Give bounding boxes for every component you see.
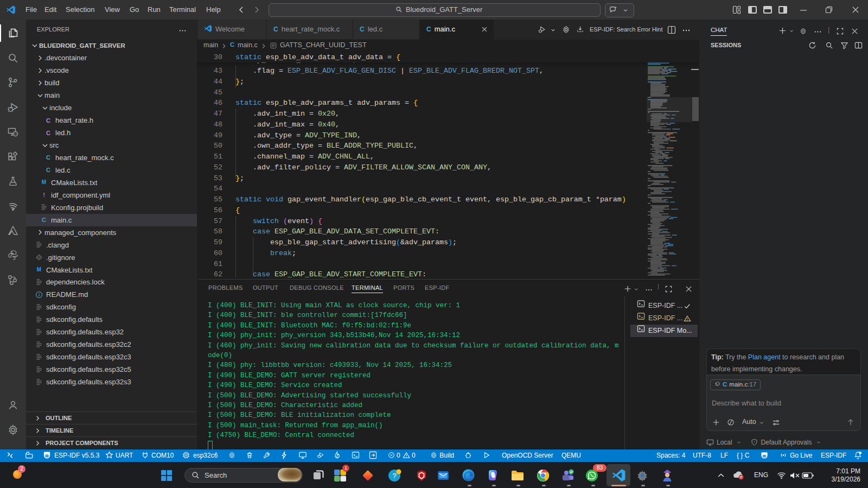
svg-text:?: ? [392, 472, 396, 480]
